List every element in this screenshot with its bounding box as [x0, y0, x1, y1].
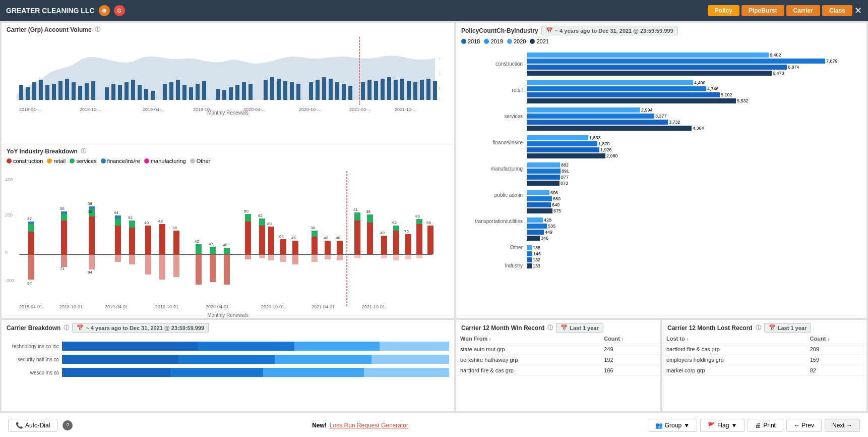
svg-text:38: 38 — [366, 209, 370, 214]
breakdown-bar-tech-seg1 — [62, 342, 198, 351]
legend-dot-2019 — [484, 39, 489, 44]
svg-text:2019-04-01: 2019-04-01 — [105, 304, 128, 309]
svg-rect-3 — [39, 80, 43, 100]
carrier-button[interactable]: Carrier — [786, 5, 820, 16]
bar-trans-2020 — [527, 224, 547, 229]
breakdown-bar-tech-seg2 — [198, 342, 294, 351]
prev-button[interactable]: ← Prev — [786, 419, 822, 432]
win-col-count[interactable]: Count — [600, 334, 660, 344]
svg-text:2021-04-01: 2021-04-01 — [312, 304, 335, 309]
lost-info-icon[interactable]: ⓘ — [756, 324, 761, 332]
bar-trans-2018 — [527, 236, 540, 241]
bar-trans-2021 — [527, 217, 543, 223]
legend-other: Other — [190, 158, 211, 164]
svg-text:62: 62 — [258, 213, 263, 218]
lost-record-panel: Carrier 12 Month Lost Record ⓘ 📅 Last 1 … — [662, 319, 867, 412]
svg-text:2018-04-01: 2018-04-01 — [19, 304, 42, 309]
svg-rect-33 — [264, 80, 268, 100]
breakdown-bar-wesco-seg3 — [263, 368, 364, 377]
svg-text:41: 41 — [353, 207, 358, 212]
svg-rect-36 — [283, 81, 287, 100]
svg-rect-89 — [89, 216, 95, 254]
next-button[interactable]: Next → — [825, 419, 860, 432]
win-record-panel: Carrier 12 Month Win Record ⓘ 📅 Last 1 y… — [456, 319, 661, 412]
policy-count-panel: PolicyCountCh-ByIndustry 📅 ~ 4 years ago… — [456, 22, 867, 318]
class-button[interactable]: Class — [822, 5, 852, 16]
yoy-breakdown-title: YoY Industry Breakdown ⓘ — [2, 144, 454, 156]
yoy-breakdown-section: YoY Industry Breakdown ⓘ construction re… — [2, 144, 454, 318]
win-row-3: hartford fire & cas grp 186 — [456, 365, 660, 376]
svg-rect-4 — [45, 85, 49, 100]
help-button[interactable]: ? — [63, 420, 73, 430]
flag-button[interactable]: 🚩 Flag ▼ — [700, 419, 745, 432]
policy-button[interactable]: Policy — [708, 5, 739, 16]
header-nav: Policy PipeBurst Carrier Class ✕ — [708, 5, 862, 16]
svg-rect-107 — [145, 254, 151, 275]
carrier-breakdown-info-icon[interactable]: ⓘ — [64, 324, 69, 332]
policy-count-legend: 2018 2019 2020 2021 — [456, 36, 866, 48]
svg-rect-54 — [407, 81, 411, 100]
svg-rect-96 — [115, 226, 121, 254]
win-info-icon[interactable]: ⓘ — [547, 324, 553, 332]
yoy-info-icon[interactable]: ⓘ — [81, 147, 86, 155]
svg-text:39: 39 — [172, 226, 177, 230]
bottom-right-panels: Carrier 12 Month Win Record ⓘ 📅 Last 1 y… — [456, 319, 867, 412]
auto-dial-button[interactable]: 📞 Auto-Dial — [8, 419, 57, 432]
svg-text:83: 83 — [415, 214, 420, 219]
breakdown-bar-sec-seg2 — [178, 355, 275, 364]
svg-text:2019-04-...: 2019-04-... — [143, 107, 165, 112]
legend-services: services — [70, 158, 96, 164]
svg-text:2021-10-...: 2021-10-... — [395, 107, 417, 112]
svg-rect-48 — [367, 80, 371, 100]
svg-rect-22 — [176, 80, 180, 100]
lost-col-carrier[interactable]: Lost to — [662, 334, 806, 344]
win-period-badge: 📅 Last 1 year — [556, 323, 603, 333]
lost-count-2: 159 — [806, 355, 866, 365]
phone-icon: 📞 — [16, 422, 23, 429]
industry-label-transportation: transportation/utilities — [461, 208, 523, 234]
bar-retail-2018 — [527, 98, 736, 103]
svg-rect-87 — [61, 254, 67, 267]
loss-run-link[interactable]: Loss Run Request Generator — [330, 422, 408, 429]
bar-other-2020 — [527, 251, 532, 256]
group-button[interactable]: 👥 Group ▼ — [648, 419, 697, 432]
breakdown-bar-wesco-seg4 — [364, 368, 449, 377]
svg-rect-133 — [268, 254, 274, 260]
svg-rect-98 — [115, 215, 121, 219]
svg-text:20k: 20k — [439, 71, 440, 76]
lost-carrier-1: hartford fire & cas grp — [662, 344, 806, 355]
bar-mfg-2019 — [527, 175, 560, 180]
svg-rect-117 — [210, 247, 216, 254]
svg-rect-9 — [78, 86, 82, 100]
policy-count-title: PolicyCountCh-ByIndustry 📅 ~ 4 years ago… — [456, 23, 866, 36]
svg-text:2020-10-...: 2020-10-... — [299, 107, 321, 112]
yoy-x-label: Monthly Renewals — [4, 312, 452, 318]
footer-left: 📞 Auto-Dial ? — [8, 419, 73, 432]
legend-construction: construction — [7, 158, 43, 164]
print-icon: 🖨 — [755, 422, 761, 429]
svg-rect-153 — [354, 254, 360, 258]
svg-text:-200: -200 — [5, 278, 14, 283]
bar-mfg-2021 — [527, 162, 560, 168]
bar-finance-2021 — [527, 135, 588, 140]
win-col-carrier[interactable]: Won From — [456, 334, 600, 344]
close-button[interactable]: ✕ — [854, 5, 862, 16]
bar-other-2019 — [527, 257, 532, 262]
svg-rect-126 — [245, 254, 251, 259]
pipeburst-button[interactable]: PipeBurst — [741, 5, 784, 16]
legend-retail: retail — [47, 158, 66, 164]
lost-count-3: 82 — [806, 365, 866, 376]
bar-services-2019 — [527, 120, 668, 125]
public-admin-bars: 606 660 640 675 — [527, 189, 861, 215]
svg-rect-134 — [280, 239, 286, 254]
print-button[interactable]: 🖨 Print — [748, 419, 783, 432]
g-circle: G — [114, 5, 125, 16]
lost-col-count[interactable]: Count — [806, 334, 866, 344]
header: GREATER CLEANING LLC ⊕ G Policy PipeBurs… — [0, 0, 868, 21]
carrier-volume-info-icon[interactable]: ⓘ — [95, 26, 100, 33]
svg-rect-51 — [387, 77, 391, 100]
svg-rect-139 — [292, 254, 298, 264]
industry-label-finance: finance/ins/re — [461, 129, 523, 155]
svg-rect-97 — [115, 219, 121, 226]
carrier-breakdown-title: Carrier Breakdown ⓘ 📅 ~ 4 years ago to D… — [2, 320, 454, 336]
